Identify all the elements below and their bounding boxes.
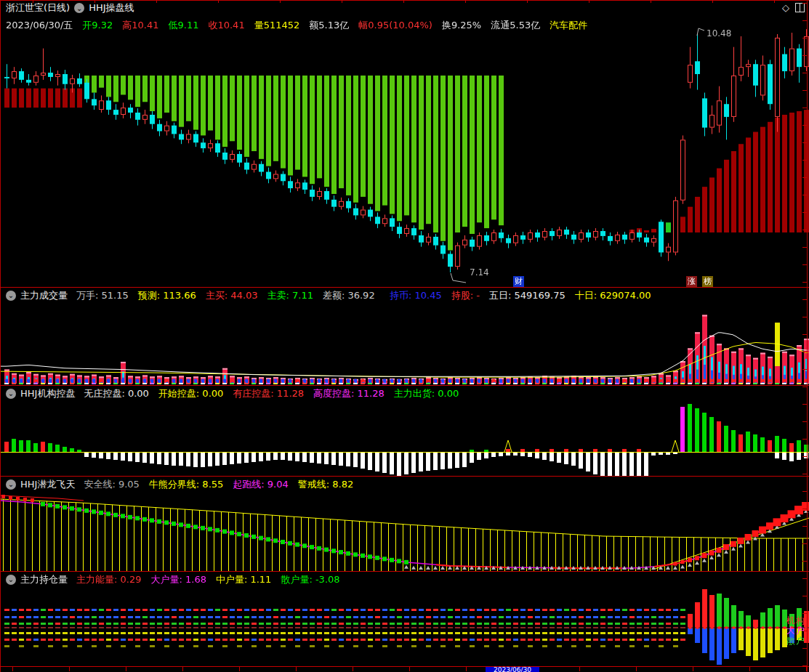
- axis-ticks-layer: [0, 0, 809, 672]
- board-marker[interactable]: 榜: [702, 276, 713, 287]
- limit-up-marker[interactable]: 涨: [686, 276, 697, 287]
- app-window: 浙江世宝(日线) ⌄ HHJ操盘线 ◇ 2023/06/30/五开9.32高10…: [0, 0, 809, 672]
- axis-date-tag[interactable]: 2023/06/30: [486, 667, 539, 672]
- financial-report-marker[interactable]: 财: [513, 276, 524, 287]
- low-price-annotation: 7.14: [470, 267, 489, 278]
- high-price-annotation: 10.48: [707, 28, 731, 39]
- retail-label: 散户: [786, 635, 805, 647]
